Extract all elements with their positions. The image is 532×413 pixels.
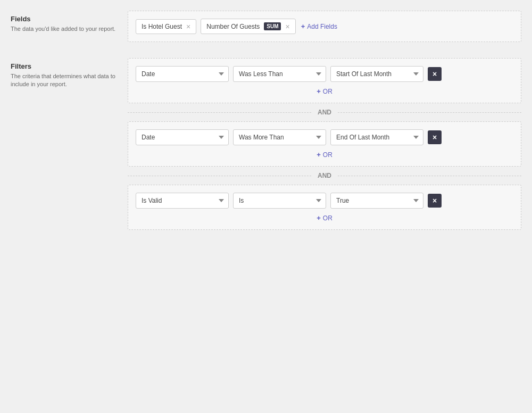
or-label-3: OR bbox=[323, 214, 332, 222]
and-label-2: AND bbox=[311, 172, 338, 179]
filter-group-3: Is Valid Is True × + OR bbox=[128, 185, 521, 230]
filter-1-remove-button[interactable]: × bbox=[428, 67, 442, 81]
filter-3-operator-select[interactable]: Is bbox=[233, 193, 326, 209]
fields-heading: Fields bbox=[11, 15, 117, 23]
filter-row-2: Date Was More Than End Of Last Month × bbox=[136, 129, 513, 145]
remove-number-guests-button[interactable]: × bbox=[285, 23, 289, 30]
filter-1-operator-select[interactable]: Was Less Than bbox=[233, 66, 326, 82]
plus-icon: + bbox=[301, 22, 305, 30]
filter-2-remove-button[interactable]: × bbox=[428, 130, 442, 144]
fields-description: The data you'd like added to your report… bbox=[11, 25, 117, 33]
or-label-2: OR bbox=[323, 151, 332, 159]
filter-3-or-row: + OR bbox=[136, 209, 513, 222]
field-tag-hotel-guest: Is Hotel Guest × bbox=[136, 19, 196, 34]
filter-1-value-select[interactable]: Start Of Last Month bbox=[330, 66, 423, 82]
or-plus-icon-3: + bbox=[317, 214, 321, 222]
add-fields-label: Add Fields bbox=[307, 23, 337, 30]
and-line-right-2 bbox=[338, 176, 521, 176]
filter-1-or-row: + OR bbox=[136, 82, 513, 95]
or-plus-icon-2: + bbox=[317, 151, 321, 159]
and-separator-2: AND bbox=[128, 172, 521, 179]
and-line-left-2 bbox=[128, 176, 311, 176]
and-separator-1: AND bbox=[128, 109, 521, 116]
remove-hotel-guest-button[interactable]: × bbox=[186, 23, 190, 30]
field-tag-number-guests: Number Of Guests SUM × bbox=[201, 19, 295, 34]
filters-description: The criteria that determines what data t… bbox=[11, 72, 117, 89]
sum-badge: SUM bbox=[264, 22, 281, 30]
or-plus-icon-1: + bbox=[317, 87, 321, 95]
filters-section: Filters The criteria that determines wha… bbox=[11, 58, 521, 230]
filter-2-field-select[interactable]: Date bbox=[136, 129, 229, 145]
filter-1-field-select[interactable]: Date bbox=[136, 66, 229, 82]
filter-3-or-button[interactable]: + OR bbox=[317, 214, 332, 222]
filter-3-field-select[interactable]: Is Valid bbox=[136, 193, 229, 209]
and-line-left-1 bbox=[128, 112, 311, 113]
filter-2-or-button[interactable]: + OR bbox=[317, 151, 332, 159]
filter-3-value-select[interactable]: True bbox=[330, 193, 423, 209]
filters-content: Date Was Less Than Start Of Last Month ×… bbox=[128, 58, 521, 230]
fields-section: Fields The data you'd like added to your… bbox=[11, 11, 521, 42]
filter-1-or-button[interactable]: + OR bbox=[317, 87, 332, 95]
and-line-right-1 bbox=[338, 112, 521, 113]
filter-2-value-select[interactable]: End Of Last Month bbox=[330, 129, 423, 145]
fields-label-area: Fields The data you'd like added to your… bbox=[11, 11, 128, 42]
filter-row-3: Is Valid Is True × bbox=[136, 193, 513, 209]
filter-3-remove-button[interactable]: × bbox=[428, 194, 442, 208]
fields-row: Is Hotel Guest × Number Of Guests SUM × … bbox=[136, 19, 513, 34]
filter-2-or-row: + OR bbox=[136, 145, 513, 159]
fields-content: Is Hotel Guest × Number Of Guests SUM × … bbox=[128, 11, 521, 42]
filters-label-area: Filters The criteria that determines wha… bbox=[11, 58, 128, 230]
filter-2-operator-select[interactable]: Was More Than bbox=[233, 129, 326, 145]
filter-group-1: Date Was Less Than Start Of Last Month ×… bbox=[128, 58, 521, 103]
add-fields-button[interactable]: + Add Fields bbox=[300, 20, 338, 32]
filters-heading: Filters bbox=[11, 62, 117, 70]
filter-row-1: Date Was Less Than Start Of Last Month × bbox=[136, 66, 513, 82]
and-label-1: AND bbox=[311, 109, 338, 116]
or-label-1: OR bbox=[323, 88, 332, 95]
field-tag-label-hotel-guest: Is Hotel Guest bbox=[142, 23, 182, 30]
field-tag-label-number-guests: Number Of Guests bbox=[206, 23, 260, 30]
filter-group-2: Date Was More Than End Of Last Month × +… bbox=[128, 121, 521, 167]
